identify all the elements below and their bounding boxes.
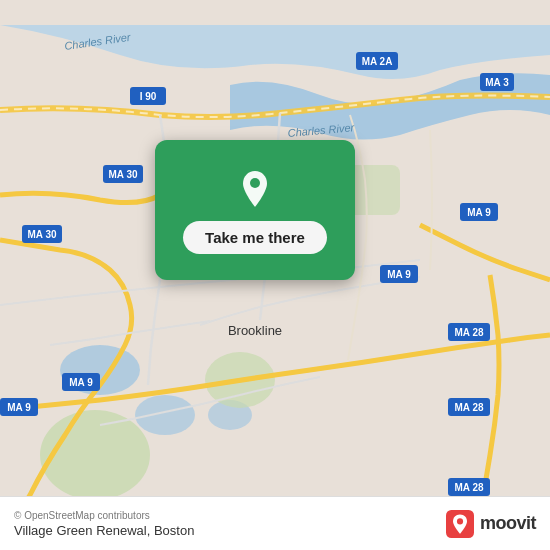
- moovit-text: moovit: [480, 513, 536, 534]
- app-title-area: © OpenStreetMap contributors Village Gre…: [14, 510, 194, 538]
- action-card: Take me there: [155, 140, 355, 280]
- svg-text:MA 9: MA 9: [69, 377, 93, 388]
- svg-text:MA 9: MA 9: [7, 402, 31, 413]
- svg-text:MA 28: MA 28: [454, 482, 484, 493]
- bottom-bar: © OpenStreetMap contributors Village Gre…: [0, 496, 550, 550]
- svg-point-2: [135, 395, 195, 435]
- svg-text:MA 28: MA 28: [454, 402, 484, 413]
- svg-text:MA 9: MA 9: [387, 269, 411, 280]
- svg-text:Brookline: Brookline: [228, 323, 282, 338]
- map-container: I 90 MA 2A MA 3 MA 30 MA 30 MA 9 MA 9 MA…: [0, 0, 550, 550]
- attribution-text: © OpenStreetMap contributors: [14, 510, 194, 521]
- svg-point-36: [457, 518, 463, 524]
- svg-text:I 90: I 90: [140, 91, 157, 102]
- svg-text:MA 30: MA 30: [108, 169, 138, 180]
- app-title: Village Green Renewal, Boston: [14, 523, 194, 538]
- svg-text:MA 9: MA 9: [467, 207, 491, 218]
- svg-point-34: [250, 178, 260, 188]
- svg-text:MA 3: MA 3: [485, 77, 509, 88]
- svg-text:MA 2A: MA 2A: [362, 56, 393, 67]
- svg-point-4: [40, 410, 150, 500]
- location-pin-icon: [233, 167, 277, 211]
- moovit-icon: [446, 510, 474, 538]
- take-me-there-button[interactable]: Take me there: [183, 221, 327, 254]
- moovit-logo: moovit: [446, 510, 536, 538]
- svg-text:MA 30: MA 30: [27, 229, 57, 240]
- svg-text:MA 28: MA 28: [454, 327, 484, 338]
